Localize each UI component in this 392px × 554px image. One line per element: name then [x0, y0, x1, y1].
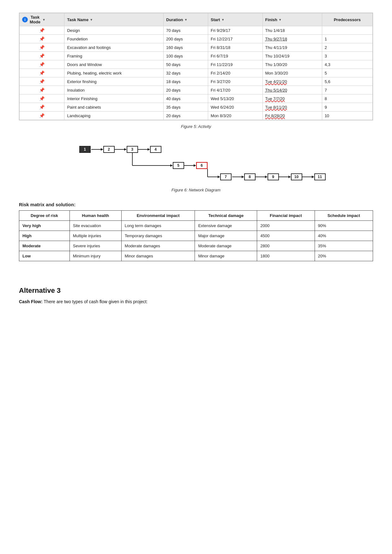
risk-cell-schedule: 35%	[315, 241, 373, 251]
finish-value: Tue 4/21/20	[265, 79, 287, 84]
predecessors-cell: 10	[322, 111, 372, 120]
predecessors-cell	[322, 26, 372, 35]
predecessors-cell: 1	[322, 35, 372, 43]
sort-arrow-duration[interactable]: ▼	[184, 18, 187, 21]
risk-cell-degree: Very high	[19, 221, 70, 231]
th-task-mode: TaskMode	[30, 15, 40, 24]
network-diagram-section: 1 2 3 4 5 6 7 8 9 10 11	[19, 136, 373, 184]
risk-cell-financial: 2800	[257, 241, 315, 251]
table-row: 📌Interior Finishing40 daysWed 5/13/20Tue…	[20, 94, 373, 103]
svg-marker-17	[265, 176, 268, 178]
risk-cell-financial: 1800	[257, 251, 315, 261]
risk-th-1: Human health	[69, 211, 121, 221]
task-name-cell: Exterior finshing	[64, 77, 164, 86]
risk-cell-env: Long term damages	[121, 221, 195, 231]
pin-icon: 📌	[39, 62, 45, 67]
finish-cell: Thu 10/24/19	[262, 52, 322, 60]
nd-node-4: 4	[150, 146, 161, 153]
start-cell: Wed 6/24/20	[208, 103, 262, 111]
cashflow-label: Cash Flow:	[19, 299, 43, 304]
duration-cell: 18 days	[163, 77, 208, 86]
risk-cell-env: Minor damages	[121, 251, 195, 261]
nd-node-1: 1	[79, 146, 91, 153]
predecessors-cell: 9	[322, 103, 372, 111]
duration-cell: 100 days	[163, 52, 208, 60]
svg-marker-1	[101, 148, 103, 151]
alt3-cashflow: Cash Flow: There are two types of cash f…	[19, 299, 373, 304]
predecessors-cell: 2	[322, 43, 372, 52]
finish-cell: Fri 8/28/20	[262, 111, 322, 120]
table-row: 📌Foundetion200 daysFri 12/22/17Thu 9/27/…	[20, 35, 373, 43]
activity-table: i TaskMode ▼ Task Name ▼ Duration ▼	[19, 13, 373, 120]
risk-cell-schedule: 40%	[315, 231, 373, 241]
predecessors-cell: 3	[322, 52, 372, 60]
risk-cell-financial: 4500	[257, 231, 315, 241]
pin-icon: 📌	[39, 45, 45, 50]
alternative-3-section: Alternative 3 Cash Flow: There are two t…	[19, 286, 373, 304]
alt3-title: Alternative 3	[19, 286, 373, 295]
risk-table-row: Very highSite evacuationLong term damage…	[19, 221, 373, 231]
finish-cell: Thu 4/11/19	[262, 43, 322, 52]
network-svg	[76, 136, 316, 184]
table-row: 📌Landscaping20 daysMon 8/3/20Fri 8/28/20…	[20, 111, 373, 120]
table-row: 📌Insulation20 daysFri 4/17/20Thu 5/14/20…	[20, 86, 373, 94]
duration-cell: 200 days	[163, 35, 208, 43]
task-mode-cell: 📌	[20, 52, 64, 60]
task-name-cell: Landscaping	[64, 111, 164, 120]
task-mode-cell: 📌	[20, 103, 64, 111]
predecessors-cell: 5	[322, 69, 372, 77]
predecessors-cell: 5,6	[322, 77, 372, 86]
table-row: 📌Framing100 daysFri 6/7/19Thu 10/24/193	[20, 52, 373, 60]
task-name-cell: Plubing, heating, electric work	[64, 69, 164, 77]
risk-cell-env: Moderate damages	[121, 241, 195, 251]
sort-arrow-finish[interactable]: ▼	[279, 18, 282, 21]
risk-cell-tech: Moderate damage	[195, 241, 257, 251]
sort-arrow-name[interactable]: ▼	[90, 18, 93, 21]
figure-network-caption: Figure 6: Network Diagram	[19, 188, 373, 192]
sort-arrow-start[interactable]: ▼	[221, 18, 225, 21]
table-row: 📌Plubing, heating, electric work32 daysF…	[20, 69, 373, 77]
svg-marker-10	[194, 164, 196, 167]
th-task-name: Task Name ▼	[64, 13, 164, 26]
risk-th-0: Degree of risk	[19, 211, 70, 221]
start-cell: Fri 8/31/18	[208, 43, 262, 52]
risk-cell-tech: Major damage	[195, 231, 257, 241]
risk-cell-tech: Extensive damage	[195, 221, 257, 231]
risk-th-3: Technical damage	[195, 211, 257, 221]
finish-cell: Thu 5/14/20	[262, 86, 322, 94]
finish-cell: Thu 1/30/20	[262, 60, 322, 69]
network-diagram: 1 2 3 4 5 6 7 8 9 10 11	[76, 136, 316, 184]
start-cell: Fri 2/14/20	[208, 69, 262, 77]
svg-marker-15	[242, 176, 244, 178]
pin-icon: 📌	[39, 28, 45, 33]
nd-node-7: 7	[220, 173, 232, 180]
risk-cell-degree: Low	[19, 251, 70, 261]
activity-table-wrapper: i TaskMode ▼ Task Name ▼ Duration ▼	[19, 13, 373, 120]
risk-cell-schedule: 90%	[315, 221, 373, 231]
pin-icon: 📌	[39, 70, 45, 75]
sort-arrow-mode[interactable]: ▼	[42, 18, 45, 21]
duration-cell: 20 days	[163, 86, 208, 94]
start-cell: Fri 11/22/19	[208, 60, 262, 69]
predecessors-cell: 8	[322, 94, 372, 103]
risk-cell-env: Temporary damages	[121, 231, 195, 241]
risk-cell-degree: High	[19, 231, 70, 241]
task-mode-cell: 📌	[20, 77, 64, 86]
pin-icon: 📌	[39, 96, 45, 101]
task-name-cell: Doors and Window	[64, 60, 164, 69]
nd-node-9: 9	[268, 173, 279, 180]
duration-cell: 35 days	[163, 103, 208, 111]
pin-icon: 📌	[39, 36, 45, 41]
th-predecessors: Predecessors	[322, 13, 372, 26]
nd-node-11: 11	[314, 173, 326, 180]
duration-cell: 50 days	[163, 60, 208, 69]
finish-value: Fri 8/28/20	[265, 113, 285, 118]
nd-node-6: 6	[196, 162, 208, 169]
start-cell: Fri 12/22/17	[208, 35, 262, 43]
task-mode-cell: 📌	[20, 35, 64, 43]
risk-cell-human: Minimum injury	[69, 251, 121, 261]
task-name-cell: Excavation and footings	[64, 43, 164, 52]
nd-node-5: 5	[173, 162, 184, 169]
risk-table-row: LowMinimum injuryMinor damagesMinor dama…	[19, 251, 373, 261]
svg-marker-3	[124, 148, 127, 151]
